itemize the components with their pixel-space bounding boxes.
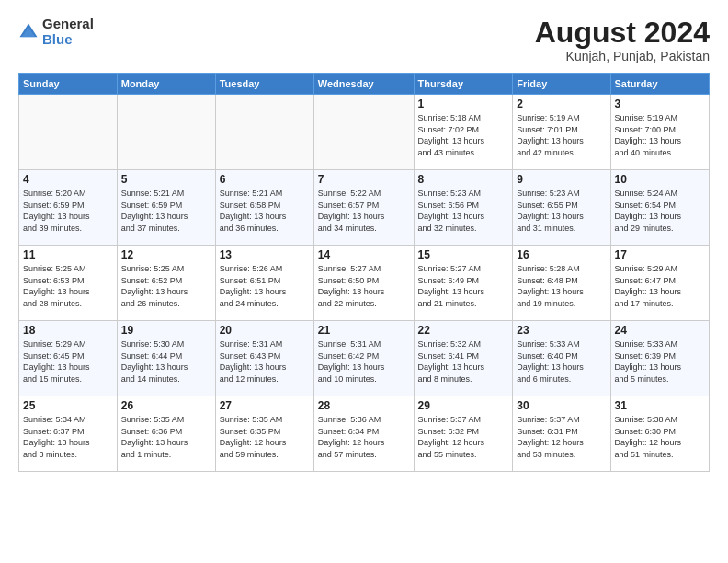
logo-general: General [42,17,94,32]
calendar-cell: 15Sunrise: 5:27 AMSunset: 6:49 PMDayligh… [414,246,513,321]
day-number: 27 [220,399,310,412]
day-info: Sunrise: 5:20 AMSunset: 6:59 PMDaylight:… [23,188,113,234]
calendar-cell: 16Sunrise: 5:28 AMSunset: 6:48 PMDayligh… [513,246,610,321]
day-number: 19 [121,324,211,337]
day-info: Sunrise: 5:35 AMSunset: 6:36 PMDaylight:… [121,414,211,460]
day-info: Sunrise: 5:31 AMSunset: 6:42 PMDaylight:… [318,339,410,385]
calendar-cell: 22Sunrise: 5:32 AMSunset: 6:41 PMDayligh… [414,321,513,396]
subtitle: Kunjah, Punjab, Pakistan [535,49,710,63]
calendar-cell: 2Sunrise: 5:19 AMSunset: 7:01 PMDaylight… [513,95,610,170]
day-number: 10 [615,173,705,186]
calendar-cell: 1Sunrise: 5:18 AMSunset: 7:02 PMDaylight… [414,95,513,170]
day-info: Sunrise: 5:29 AMSunset: 6:45 PMDaylight:… [23,339,113,385]
header: General Blue August 2024 Kunjah, Punjab,… [18,17,710,63]
calendar-cell: 5Sunrise: 5:21 AMSunset: 6:59 PMDaylight… [117,170,215,246]
calendar-week-4: 18Sunrise: 5:29 AMSunset: 6:45 PMDayligh… [19,321,710,396]
day-info: Sunrise: 5:35 AMSunset: 6:35 PMDaylight:… [220,414,310,460]
day-info: Sunrise: 5:26 AMSunset: 6:51 PMDaylight:… [220,263,310,309]
day-number: 8 [418,173,509,186]
day-number: 21 [318,324,410,337]
day-number: 16 [517,248,606,261]
calendar-cell: 8Sunrise: 5:23 AMSunset: 6:56 PMDaylight… [414,170,513,246]
day-info: Sunrise: 5:29 AMSunset: 6:47 PMDaylight:… [615,263,705,309]
col-saturday: Saturday [610,74,709,95]
calendar-cell: 20Sunrise: 5:31 AMSunset: 6:43 PMDayligh… [215,321,313,396]
day-info: Sunrise: 5:24 AMSunset: 6:54 PMDaylight:… [615,188,705,234]
day-info: Sunrise: 5:27 AMSunset: 6:50 PMDaylight:… [318,263,410,309]
logo-text: General Blue [42,17,94,47]
calendar-cell: 11Sunrise: 5:25 AMSunset: 6:53 PMDayligh… [19,246,118,321]
day-info: Sunrise: 5:27 AMSunset: 6:49 PMDaylight:… [418,263,509,309]
day-number: 28 [318,399,410,412]
calendar-week-3: 11Sunrise: 5:25 AMSunset: 6:53 PMDayligh… [19,246,710,321]
calendar-cell [19,95,118,170]
day-number: 18 [23,324,113,337]
day-number: 4 [23,173,113,186]
calendar-table: Sunday Monday Tuesday Wednesday Thursday… [18,73,710,472]
logo-blue: Blue [42,32,94,48]
day-number: 25 [23,399,113,412]
day-info: Sunrise: 5:25 AMSunset: 6:52 PMDaylight:… [121,263,211,309]
page: General Blue August 2024 Kunjah, Punjab,… [0,0,728,563]
calendar-cell: 9Sunrise: 5:23 AMSunset: 6:55 PMDaylight… [513,170,610,246]
day-info: Sunrise: 5:23 AMSunset: 6:55 PMDaylight:… [517,188,606,234]
day-number: 22 [418,324,509,337]
day-number: 6 [220,173,310,186]
logo: General Blue [18,17,94,47]
day-number: 5 [121,173,211,186]
calendar-cell: 6Sunrise: 5:21 AMSunset: 6:58 PMDaylight… [215,170,313,246]
calendar-cell: 29Sunrise: 5:37 AMSunset: 6:32 PMDayligh… [414,396,513,472]
day-info: Sunrise: 5:36 AMSunset: 6:34 PMDaylight:… [318,414,410,460]
day-info: Sunrise: 5:32 AMSunset: 6:41 PMDaylight:… [418,339,509,385]
day-number: 17 [615,248,705,261]
calendar-cell: 26Sunrise: 5:35 AMSunset: 6:36 PMDayligh… [117,396,215,472]
day-number: 12 [121,248,211,261]
day-info: Sunrise: 5:23 AMSunset: 6:56 PMDaylight:… [418,188,509,234]
calendar-cell: 14Sunrise: 5:27 AMSunset: 6:50 PMDayligh… [313,246,414,321]
day-number: 30 [517,399,606,412]
day-info: Sunrise: 5:21 AMSunset: 6:58 PMDaylight:… [220,188,310,234]
logo-icon [18,22,39,42]
calendar-week-2: 4Sunrise: 5:20 AMSunset: 6:59 PMDaylight… [19,170,710,246]
calendar-body: 1Sunrise: 5:18 AMSunset: 7:02 PMDaylight… [19,95,710,472]
day-info: Sunrise: 5:19 AMSunset: 7:01 PMDaylight:… [517,112,606,158]
day-info: Sunrise: 5:33 AMSunset: 6:39 PMDaylight:… [615,339,705,385]
calendar-cell: 25Sunrise: 5:34 AMSunset: 6:37 PMDayligh… [19,396,118,472]
calendar-cell: 28Sunrise: 5:36 AMSunset: 6:34 PMDayligh… [313,396,414,472]
day-number: 15 [418,248,509,261]
calendar-cell: 21Sunrise: 5:31 AMSunset: 6:42 PMDayligh… [313,321,414,396]
day-number: 14 [318,248,410,261]
day-number: 23 [517,324,606,337]
day-info: Sunrise: 5:38 AMSunset: 6:30 PMDaylight:… [615,414,705,460]
calendar-cell: 23Sunrise: 5:33 AMSunset: 6:40 PMDayligh… [513,321,610,396]
col-wednesday: Wednesday [313,74,414,95]
main-title: August 2024 [535,17,710,49]
col-tuesday: Tuesday [215,74,313,95]
day-number: 13 [220,248,310,261]
calendar-cell: 27Sunrise: 5:35 AMSunset: 6:35 PMDayligh… [215,396,313,472]
calendar-cell: 24Sunrise: 5:33 AMSunset: 6:39 PMDayligh… [610,321,709,396]
day-info: Sunrise: 5:19 AMSunset: 7:00 PMDaylight:… [615,112,705,158]
calendar-cell: 12Sunrise: 5:25 AMSunset: 6:52 PMDayligh… [117,246,215,321]
day-info: Sunrise: 5:33 AMSunset: 6:40 PMDaylight:… [517,339,606,385]
day-number: 24 [615,324,705,337]
day-info: Sunrise: 5:37 AMSunset: 6:31 PMDaylight:… [517,414,606,460]
day-number: 29 [418,399,509,412]
day-number: 7 [318,173,410,186]
day-number: 9 [517,173,606,186]
day-number: 11 [23,248,113,261]
day-info: Sunrise: 5:31 AMSunset: 6:43 PMDaylight:… [220,339,310,385]
day-info: Sunrise: 5:37 AMSunset: 6:32 PMDaylight:… [418,414,509,460]
calendar-cell: 19Sunrise: 5:30 AMSunset: 6:44 PMDayligh… [117,321,215,396]
day-info: Sunrise: 5:21 AMSunset: 6:59 PMDaylight:… [121,188,211,234]
day-number: 1 [418,98,509,110]
calendar-cell: 10Sunrise: 5:24 AMSunset: 6:54 PMDayligh… [610,170,709,246]
day-info: Sunrise: 5:18 AMSunset: 7:02 PMDaylight:… [418,112,509,158]
calendar-cell: 18Sunrise: 5:29 AMSunset: 6:45 PMDayligh… [19,321,118,396]
day-number: 2 [517,98,606,110]
calendar-cell: 7Sunrise: 5:22 AMSunset: 6:57 PMDaylight… [313,170,414,246]
calendar-cell: 4Sunrise: 5:20 AMSunset: 6:59 PMDaylight… [19,170,118,246]
title-block: August 2024 Kunjah, Punjab, Pakistan [535,17,710,63]
day-info: Sunrise: 5:30 AMSunset: 6:44 PMDaylight:… [121,339,211,385]
day-info: Sunrise: 5:25 AMSunset: 6:53 PMDaylight:… [23,263,113,309]
